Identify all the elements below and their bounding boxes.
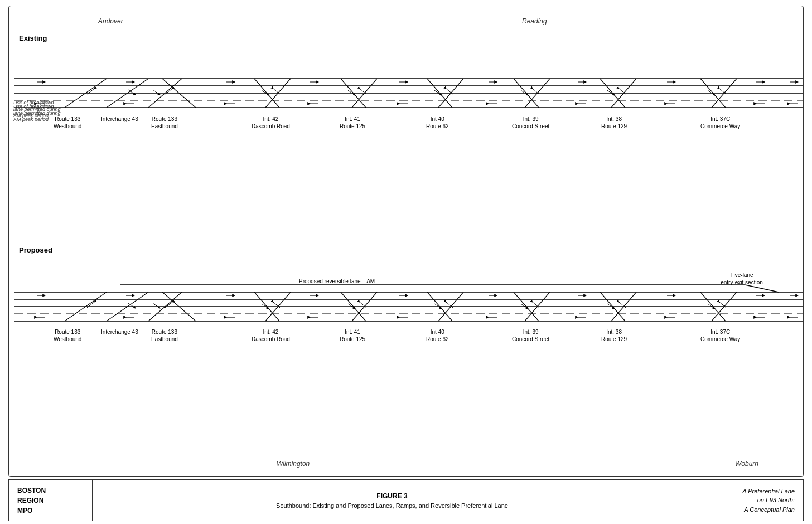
footer-figure-title: FIGURE 3: [376, 492, 407, 500]
proposed-int-39: Int. 39 Concord Street: [512, 328, 549, 343]
proposed-int-41: Int. 41 Route 125: [340, 328, 365, 343]
existing-int-43: Interchange 43: [101, 115, 138, 123]
proposed-int-43-eb: Route 133 Eastbound: [151, 328, 178, 343]
svg-line-56: [153, 90, 160, 95]
road-diagram-svg: [9, 6, 803, 476]
footer-figure-subtitle: Southbound: Existing and Proposed Lanes,…: [276, 502, 508, 509]
footer-org: BOSTON REGION MPO: [9, 480, 93, 521]
svg-line-91: [153, 303, 160, 308]
existing-int-43-eb: Route 133 Eastbound: [151, 115, 178, 130]
footer-right-text: A Preferential Lane on I-93 North: A Con…: [692, 480, 803, 521]
existing-int-42: Int. 42 Dascomb Road: [252, 115, 290, 130]
proposed-reversible-label: Proposed reversible lane – AM: [299, 278, 375, 284]
footer-center: FIGURE 3 Southbound: Existing and Propos…: [93, 480, 692, 521]
woburn-label: Woburn: [735, 460, 758, 468]
proposed-int-37c: Int. 37C Commerce Way: [700, 328, 740, 343]
five-lane-label: Five-lane entry-exit section: [714, 271, 770, 286]
proposed-int-43-wb: Route 133 Westbound: [54, 328, 81, 343]
footer: BOSTON REGION MPO FIGURE 3 Southbound: E…: [8, 479, 804, 521]
existing-int-41: Int. 41 Route 125: [340, 115, 365, 130]
existing-int-39: Int. 39 Concord Street: [512, 115, 549, 130]
existing-int-37c: Int. 37C Commerce Way: [700, 115, 740, 130]
svg-line-89: [128, 303, 136, 308]
existing-int-40: Int 40 Route 62: [426, 115, 449, 130]
svg-line-54: [128, 90, 136, 95]
proposed-label: Proposed: [19, 246, 52, 254]
proposed-int-38: Int. 38 Route 129: [601, 328, 627, 343]
proposed-int-42: Int. 42 Dascomb Road: [252, 328, 290, 343]
existing-int-38: Int. 38 Route 129: [601, 115, 627, 130]
wilmington-label: Wilmington: [277, 460, 310, 468]
diagram-area: Andover Reading Existing Use of breakdow…: [8, 6, 804, 477]
proposed-int-43: Interchange 43: [101, 328, 138, 336]
main-container: Andover Reading Existing Use of breakdow…: [0, 0, 812, 524]
proposed-int-40: Int 40 Route 62: [426, 328, 449, 343]
existing-int-43-wb: Route 133 Westbound: [54, 115, 81, 130]
